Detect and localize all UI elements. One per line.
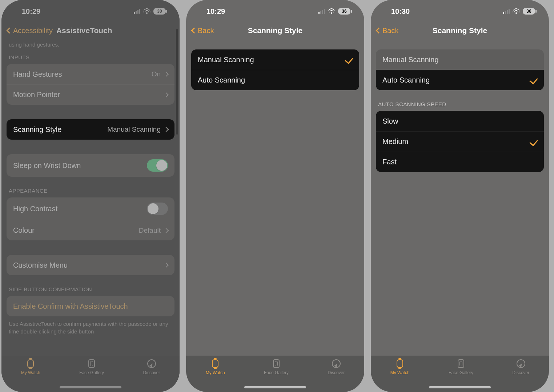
- row-enable-confirm[interactable]: Enable Confirm with AssistiveTouch: [7, 296, 174, 316]
- tab-face-gallery[interactable]: Face Gallery: [449, 359, 473, 375]
- row-label: High Contrast: [13, 205, 57, 213]
- tab-label: My Watch: [21, 370, 40, 375]
- group-scanning-options: Manual Scanning: [376, 49, 544, 70]
- toggle-sleep[interactable]: [147, 159, 168, 172]
- battery-icon: 36: [523, 8, 535, 15]
- group-auto-scanning: Auto Scanning: [376, 70, 544, 90]
- row-label: Fast: [382, 158, 397, 166]
- screen-scanning-style-auto: 10:30 36 Back Scanning Style Manual Scan…: [371, 0, 549, 392]
- screen-scanning-style-manual: 10:29 36 Back Scanning Style Manual Scan…: [186, 0, 364, 392]
- chevron-right-icon: [164, 127, 169, 132]
- tab-face-gallery[interactable]: Face Gallery: [79, 359, 104, 375]
- tab-discover[interactable]: Discover: [328, 359, 345, 375]
- row-sleep-wrist-down[interactable]: Sleep on Wrist Down: [7, 154, 174, 177]
- cell-signal-icon: [134, 9, 140, 14]
- face-gallery-icon: [458, 359, 464, 368]
- nav-bar: Back Scanning Style: [371, 23, 549, 41]
- compass-icon: [147, 359, 156, 368]
- tab-label: Face Gallery: [79, 370, 104, 375]
- tab-label: Face Gallery: [449, 370, 473, 375]
- back-button[interactable]: Accessibility: [7, 27, 53, 35]
- status-bar: 10:29 30: [1, 0, 180, 23]
- tab-my-watch[interactable]: My Watch: [390, 359, 410, 375]
- checkmark-icon: [345, 55, 353, 64]
- toggle-high-contrast[interactable]: [147, 203, 168, 215]
- section-header-speed: AUTO SCANNING SPEED: [371, 90, 549, 111]
- wifi-icon: [328, 8, 335, 14]
- section-header-appearance: APPEARANCE: [1, 177, 180, 197]
- nav-bar: Accessibility AssistiveTouch: [1, 23, 180, 41]
- row-auto-scanning[interactable]: Auto Scanning: [191, 70, 359, 90]
- row-label: Slow: [382, 117, 398, 125]
- home-indicator: [429, 386, 491, 388]
- row-scanning-style[interactable]: Scanning Style Manual Scanning: [7, 119, 174, 140]
- clock: 10:30: [391, 7, 410, 16]
- watch-icon: [27, 359, 34, 368]
- scroll-indicator: [176, 29, 178, 135]
- chevron-right-icon: [164, 228, 169, 233]
- row-colour[interactable]: Colour Default: [7, 220, 174, 240]
- tab-label: Face Gallery: [264, 370, 289, 375]
- row-value: Default: [139, 227, 161, 235]
- group-enable-confirm: Enable Confirm with AssistiveTouch: [7, 296, 174, 316]
- face-gallery-icon: [88, 359, 95, 368]
- tab-my-watch[interactable]: My Watch: [21, 359, 40, 375]
- group-appearance: High Contrast Colour Default: [7, 197, 174, 240]
- chevron-right-icon: [164, 92, 169, 97]
- group-customise: Customise Menu: [7, 255, 174, 275]
- row-auto-scanning[interactable]: Auto Scanning: [376, 70, 544, 90]
- group-scanning-options: Manual Scanning Auto Scanning: [191, 49, 359, 90]
- chevron-left-icon: [376, 28, 382, 34]
- back-button[interactable]: Back: [377, 27, 398, 35]
- checkmark-icon: [529, 137, 538, 146]
- row-label: Auto Scanning: [198, 76, 245, 84]
- chevron-left-icon: [191, 28, 197, 34]
- tab-face-gallery[interactable]: Face Gallery: [264, 359, 289, 375]
- tab-discover[interactable]: Discover: [143, 359, 160, 375]
- page-title: AssistiveTouch: [56, 26, 112, 35]
- home-indicator: [244, 386, 306, 388]
- row-label: Scanning Style: [13, 125, 61, 134]
- row-label: Colour: [13, 226, 35, 235]
- face-gallery-icon: [273, 359, 280, 368]
- clock: 10:29: [22, 7, 40, 16]
- group-speed: Slow Medium Fast: [376, 111, 544, 172]
- row-customise-menu[interactable]: Customise Menu: [7, 255, 174, 275]
- tab-discover[interactable]: Discover: [513, 359, 530, 375]
- watch-icon: [397, 359, 403, 368]
- cell-signal-icon: [318, 9, 325, 14]
- row-label: Sleep on Wrist Down: [13, 161, 81, 170]
- row-hand-gestures[interactable]: Hand Gestures On: [7, 64, 174, 84]
- row-label: Motion Pointer: [13, 91, 60, 99]
- group-sleep: Sleep on Wrist Down: [7, 154, 174, 177]
- row-speed-slow[interactable]: Slow: [376, 111, 544, 131]
- nav-bar: Back Scanning Style: [186, 23, 364, 41]
- chevron-right-icon: [164, 263, 169, 268]
- row-high-contrast[interactable]: High Contrast: [7, 197, 174, 220]
- watch-icon: [212, 359, 218, 368]
- row-label: Enable Confirm with AssistiveTouch: [13, 302, 128, 311]
- back-label: Back: [382, 27, 398, 35]
- row-manual-scanning[interactable]: Manual Scanning: [376, 49, 544, 70]
- row-value: On: [152, 70, 161, 78]
- tab-label: Discover: [143, 370, 160, 375]
- wifi-icon: [513, 8, 520, 14]
- group-scanning-style: Scanning Style Manual Scanning: [7, 119, 174, 140]
- tab-label: My Watch: [390, 370, 410, 375]
- footnote: Use AssistiveTouch to confirm payments w…: [1, 316, 180, 335]
- status-bar: 10:30 36: [371, 0, 549, 23]
- back-label: Accessibility: [13, 27, 53, 35]
- status-bar: 10:29 36: [186, 0, 364, 23]
- tab-label: My Watch: [206, 370, 225, 375]
- group-inputs: Hand Gestures On Motion Pointer: [7, 64, 174, 105]
- battery-icon: 30: [153, 8, 166, 15]
- row-manual-scanning[interactable]: Manual Scanning: [191, 49, 359, 70]
- row-speed-medium[interactable]: Medium: [376, 131, 544, 152]
- back-button[interactable]: Back: [192, 27, 214, 35]
- wifi-icon: [143, 8, 150, 14]
- tab-bar: My Watch Face Gallery Discover: [1, 356, 180, 392]
- tab-my-watch[interactable]: My Watch: [206, 359, 225, 375]
- row-value: Manual Scanning: [107, 125, 161, 133]
- row-motion-pointer[interactable]: Motion Pointer: [7, 84, 174, 105]
- row-speed-fast[interactable]: Fast: [376, 152, 544, 172]
